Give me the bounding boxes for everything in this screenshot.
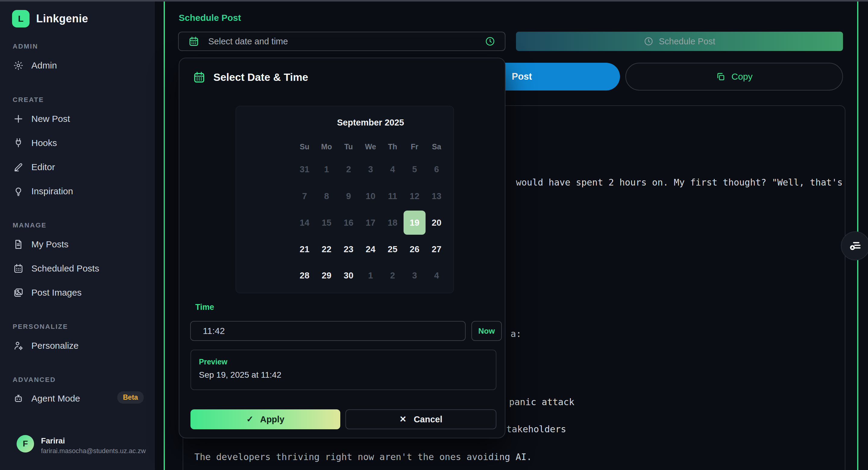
calendar-day[interactable]: 1 [315,157,338,181]
calendar-day[interactable]: 16 [338,211,360,235]
calendar-grid: September 2025 Su Mo Tu We Th Fr Sa 31 1… [293,106,447,293]
sidebar-item-label: Admin [31,60,57,70]
weekday-label: Tu [338,142,360,151]
calendar-day[interactable]: 27 [426,237,447,261]
sidebar-item-inspiration[interactable]: Inspiration [0,182,154,201]
sidebar-item-label: Scheduled Posts [31,263,99,274]
date-time-input[interactable]: Select date and time [178,32,505,51]
calendar-day[interactable]: 11 [381,184,404,208]
calendar-day[interactable]: 20 [426,211,447,235]
sidebar-item-my-posts[interactable]: My Posts [0,235,154,254]
sidebar-item-label: Inspiration [31,186,73,196]
calendar-day[interactable]: 26 [404,237,426,261]
apply-button[interactable]: ✓ Apply [190,409,340,429]
calendar-week-row: 7 8 9 10 11 12 13 [293,184,447,208]
document-icon [13,239,24,249]
sidebar-item-personalize[interactable]: Personalize [0,336,154,355]
section-manage: MANAGE [13,222,47,229]
user-profile[interactable]: F Farirai farirai.masocha@students.uz.ac… [0,431,154,470]
calendar-day[interactable]: 10 [360,184,381,208]
content-left-accent-line [164,0,165,470]
calendar-day[interactable]: 6 [426,157,447,181]
section-create: CREATE [13,96,44,104]
gear-icon [13,60,24,70]
calendar-icon [193,71,206,84]
preview-box: Preview Sep 19, 2025 at 11:42 [190,350,496,390]
schedule-post-button[interactable]: Schedule Post [516,32,843,51]
calendar-month-label: September 2025 [293,118,447,127]
copy-icon [716,72,725,82]
sidebar-item-label: Hooks [31,138,57,148]
weekday-label: Mo [315,142,338,151]
sidebar-item-admin[interactable]: Admin [0,56,154,75]
sidebar-item-editor[interactable]: Editor [0,157,154,177]
calendar-day[interactable]: 31 [293,157,315,181]
calendar-day[interactable]: 30 [338,263,360,288]
sidebar-item-agent-mode[interactable]: Agent Mode Beta [0,389,154,408]
calendar-day[interactable]: 17 [360,211,381,235]
weekday-label: Fr [404,142,426,151]
select-date-time-modal: Select Date & Time September 2025 Su Mo … [179,58,505,438]
calendar-day[interactable]: 8 [315,184,338,208]
calendar-day-selected[interactable]: 19 [404,211,426,235]
check-icon: ✓ [246,415,253,423]
window-top-strip [0,0,868,1]
sidebar-item-label: Personalize [31,341,79,351]
now-button-label: Now [478,326,495,336]
calendar-week-row: 21 22 23 24 25 26 27 [293,237,447,261]
sidebar-item-label: Agent Mode [31,393,80,404]
cancel-button-label: Cancel [414,414,442,424]
sidebar-item-hooks[interactable]: Hooks [0,133,154,153]
sidebar-item-label: New Post [31,114,70,124]
section-personalize: PERSONALIZE [13,323,68,331]
calendar-day[interactable]: 4 [381,157,404,181]
page-title: Schedule Post [179,13,241,23]
post-text-line: would have spent 2 hours on. My first th… [516,177,843,188]
sidebar-item-scheduled-posts[interactable]: Scheduled Posts [0,259,154,278]
calendar-day[interactable]: 3 [360,157,381,181]
calendar-day[interactable]: 23 [338,237,360,261]
time-input[interactable]: 11:42 [190,321,466,341]
calendar-day[interactable]: 18 [381,211,404,235]
plus-icon [13,114,24,124]
post-text-line: The developers thriving right now aren't… [194,451,532,462]
calendar-day[interactable]: 5 [404,157,426,181]
sidebar-item-label: My Posts [31,239,68,249]
calendar-day[interactable]: 3 [404,263,426,288]
calendar-day[interactable]: 12 [404,184,426,208]
calendar-day[interactable]: 29 [315,263,338,288]
user-email: farirai.masocha@students.uz.ac.zw [41,447,146,455]
section-admin: ADMIN [13,42,38,50]
calendar-day[interactable]: 1 [360,263,381,288]
copy-button[interactable]: Copy [625,63,843,90]
calendar-week-row: 28 29 30 1 2 3 4 [293,263,447,288]
calendar-day[interactable]: 24 [360,237,381,261]
sidebar-item-new-post[interactable]: New Post [0,109,154,128]
calendar-day[interactable]: 28 [293,263,315,288]
post-text-line: takeholders [506,424,566,434]
date-input-placeholder: Select date and time [208,36,476,47]
now-button[interactable]: Now [471,321,502,341]
section-advanced: ADVANCED [13,376,56,384]
calendar-day[interactable]: 21 [293,237,315,261]
weekday-label: Sa [426,142,447,151]
weekday-label: Th [381,142,404,151]
calendar-day[interactable]: 2 [338,157,360,181]
sidebar-item-post-images[interactable]: Post Images [0,283,154,302]
user-gear-icon [13,341,24,351]
calendar-day[interactable]: 15 [315,211,338,235]
calendar-day[interactable]: 4 [426,263,447,288]
calendar-day[interactable]: 2 [381,263,404,288]
time-label: Time [195,302,214,312]
calendar-day[interactable]: 22 [315,237,338,261]
time-value: 11:42 [203,326,225,336]
plug-icon [13,138,24,148]
calendar-day[interactable]: 9 [338,184,360,208]
calendar-day[interactable]: 13 [426,184,447,208]
cancel-button[interactable]: ✕ Cancel [345,409,496,429]
calendar-day[interactable]: 25 [381,237,404,261]
calendar-week-row: 14 15 16 17 18 19 20 [293,211,447,235]
calendar-day[interactable]: 7 [293,184,315,208]
queue-panel-toggle-button[interactable] [841,231,868,260]
calendar-day[interactable]: 14 [293,211,315,235]
